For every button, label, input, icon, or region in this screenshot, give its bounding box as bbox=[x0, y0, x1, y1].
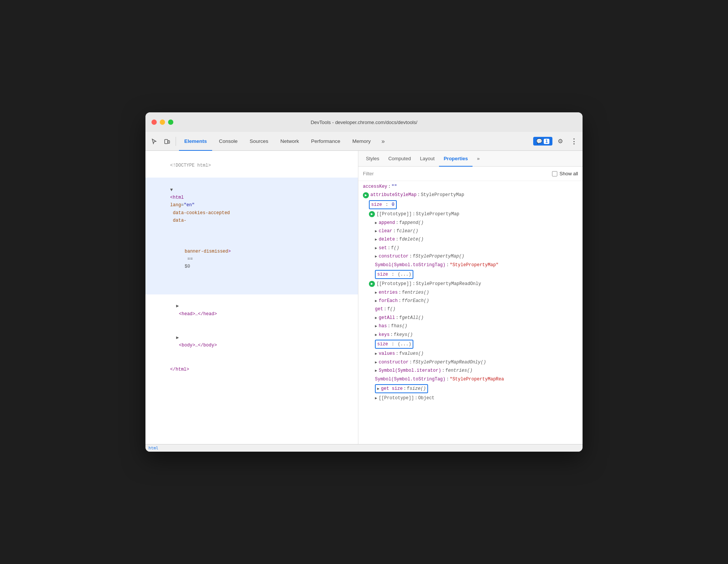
svg-marker-3 bbox=[371, 213, 373, 215]
prop-constructor: ▶ constructor : f StylePropertyMap() bbox=[370, 252, 583, 261]
separator bbox=[176, 137, 176, 146]
prop-accesskey: accessKey : "" bbox=[358, 182, 583, 191]
prop-size-ellipsis-2[interactable]: size : (...) bbox=[370, 339, 583, 349]
show-all-area[interactable]: Show all bbox=[552, 171, 578, 176]
prop-values: ▶ values : f values() bbox=[370, 349, 583, 358]
prop-getall: ▶ getAll : f getAll() bbox=[370, 314, 583, 322]
prop-symbol-tostring-2: Symbol(Symbol.toStringTag) : "StylePrope… bbox=[370, 375, 583, 383]
inspect-icon-btn[interactable] bbox=[148, 136, 160, 147]
doctype-text: <!DOCTYPE html> bbox=[170, 163, 211, 168]
tab-console[interactable]: Console bbox=[214, 132, 243, 151]
subtab-layout[interactable]: Layout bbox=[415, 151, 439, 167]
cursor-icon bbox=[151, 138, 157, 144]
size-ellipsis-box-2[interactable]: size : (...) bbox=[375, 340, 413, 349]
show-all-label: Show all bbox=[560, 171, 578, 176]
prop-constructor-2: ▶ constructor : f StylePropertyMapReadOn… bbox=[370, 358, 583, 366]
get-size-box[interactable]: ▶ get size : f size() bbox=[375, 384, 428, 393]
feedback-btn[interactable]: 💬 1 bbox=[533, 137, 552, 146]
expand-proto-icon[interactable] bbox=[369, 211, 375, 217]
tab-sources[interactable]: Sources bbox=[245, 132, 274, 151]
prop-get: get : f () bbox=[370, 305, 583, 313]
breadcrumb: html bbox=[148, 446, 159, 451]
subtabs-bar: Styles Computed Layout Properties » bbox=[358, 151, 583, 167]
svg-rect-0 bbox=[165, 139, 168, 144]
head-tag: <head>…</head> bbox=[176, 311, 217, 317]
subtab-computed[interactable]: Computed bbox=[384, 151, 415, 167]
tab-memory[interactable]: Memory bbox=[347, 132, 376, 151]
prop-entries: ▶ entries : f entries() bbox=[370, 288, 583, 297]
show-all-checkbox[interactable] bbox=[552, 171, 557, 176]
prop-has: ▶ has : f has() bbox=[370, 322, 583, 330]
head-line[interactable]: ▶ <head>…</head> bbox=[145, 294, 358, 326]
html-open-line[interactable]: ▼ <html lang="en" data-cookies-accepted … bbox=[145, 178, 358, 294]
tab-performance[interactable]: Performance bbox=[306, 132, 346, 151]
prop-proto-stylepropertymap-readonly[interactable]: [[Prototype]] : StylePropertyMapReadOnly bbox=[364, 280, 583, 288]
status-bar: html bbox=[145, 444, 583, 452]
devtools-window: DevTools - developer.chrome.com/docs/dev… bbox=[145, 112, 583, 452]
device-icon bbox=[164, 138, 170, 144]
expand-green-icon[interactable] bbox=[363, 192, 369, 198]
more-tabs-btn[interactable]: » bbox=[378, 136, 389, 147]
elements-panel: <!DOCTYPE html> ▼ <html lang="en" data-c… bbox=[145, 151, 358, 444]
svg-marker-2 bbox=[365, 194, 367, 196]
main-toolbar: Elements Console Sources Network Perform… bbox=[145, 132, 583, 151]
svg-rect-1 bbox=[168, 141, 170, 143]
prop-keys: ▶ keys : f keys() bbox=[370, 331, 583, 339]
prop-proto-object: ▶ [[Prototype]] : Object bbox=[370, 394, 583, 402]
html-close-line: </html> bbox=[145, 357, 358, 381]
size-ellipsis-box-1[interactable]: size : (...) bbox=[375, 270, 413, 279]
close-button[interactable] bbox=[151, 120, 157, 125]
subtab-styles[interactable]: Styles bbox=[361, 151, 384, 167]
more-options-btn[interactable]: ⋮ bbox=[568, 136, 580, 147]
toolbar-right: 💬 1 ⚙ ⋮ bbox=[533, 136, 580, 147]
prop-foreach: ▶ forEach : f forEach() bbox=[370, 297, 583, 305]
prop-symbol-tostring: Symbol(Symbol.toStringTag) : "StylePrope… bbox=[370, 261, 583, 269]
body-tag: <body>…</body> bbox=[176, 343, 217, 348]
props-content: accessKey : "" attributeStyleMap : Style… bbox=[358, 181, 583, 444]
subtab-more[interactable]: » bbox=[473, 151, 484, 167]
prop-attributestylemap[interactable]: attributeStyleMap : StylePropertyMap bbox=[358, 191, 583, 199]
feedback-icon: 💬 bbox=[536, 138, 542, 144]
maximize-button[interactable] bbox=[168, 120, 173, 125]
prop-proto-stylemap[interactable]: [[Prototype]] : StylePropertyMap bbox=[364, 210, 583, 218]
title-bar: DevTools - developer.chrome.com/docs/dev… bbox=[145, 112, 583, 132]
traffic-lights bbox=[151, 120, 173, 125]
minimize-button[interactable] bbox=[160, 120, 165, 125]
svg-marker-4 bbox=[371, 283, 373, 285]
properties-panel: Styles Computed Layout Properties » Filt… bbox=[358, 151, 583, 444]
prop-size-ellipsis-1[interactable]: size : (...) bbox=[370, 269, 583, 280]
size-0-box[interactable]: size : 0 bbox=[369, 200, 397, 209]
prop-delete: ▶ delete : f delete() bbox=[370, 235, 583, 244]
html-tag: <html bbox=[170, 195, 187, 200]
main-content: <!DOCTYPE html> ▼ <html lang="en" data-c… bbox=[145, 151, 583, 444]
body-line[interactable]: ▶ <body>…</body> bbox=[145, 326, 358, 358]
html-close-tag: </html> bbox=[170, 367, 189, 372]
subtab-properties[interactable]: Properties bbox=[439, 151, 472, 167]
tab-network[interactable]: Network bbox=[275, 132, 304, 151]
feedback-count: 1 bbox=[544, 139, 549, 144]
window-title: DevTools - developer.chrome.com/docs/dev… bbox=[310, 120, 417, 125]
prop-clear: ▶ clear : f clear() bbox=[370, 227, 583, 235]
prop-set: ▶ set : f () bbox=[370, 244, 583, 252]
filter-placeholder: Filter bbox=[363, 171, 552, 176]
prop-append: ▶ append : f append() bbox=[370, 219, 583, 227]
tab-elements[interactable]: Elements bbox=[179, 132, 212, 151]
prop-size-0[interactable]: size : 0 bbox=[364, 199, 583, 210]
settings-btn[interactable]: ⚙ bbox=[555, 136, 566, 147]
prop-get-size[interactable]: ▶ get size : f size() bbox=[370, 383, 583, 394]
device-toggle-btn[interactable] bbox=[161, 136, 173, 147]
filter-bar: Filter Show all bbox=[358, 167, 583, 181]
doctype-line: <!DOCTYPE html> bbox=[145, 154, 358, 178]
prop-symbol-iterator: ▶ Symbol(Symbol.iterator) : f entries() bbox=[370, 366, 583, 375]
expand-proto2-icon[interactable] bbox=[369, 281, 375, 287]
